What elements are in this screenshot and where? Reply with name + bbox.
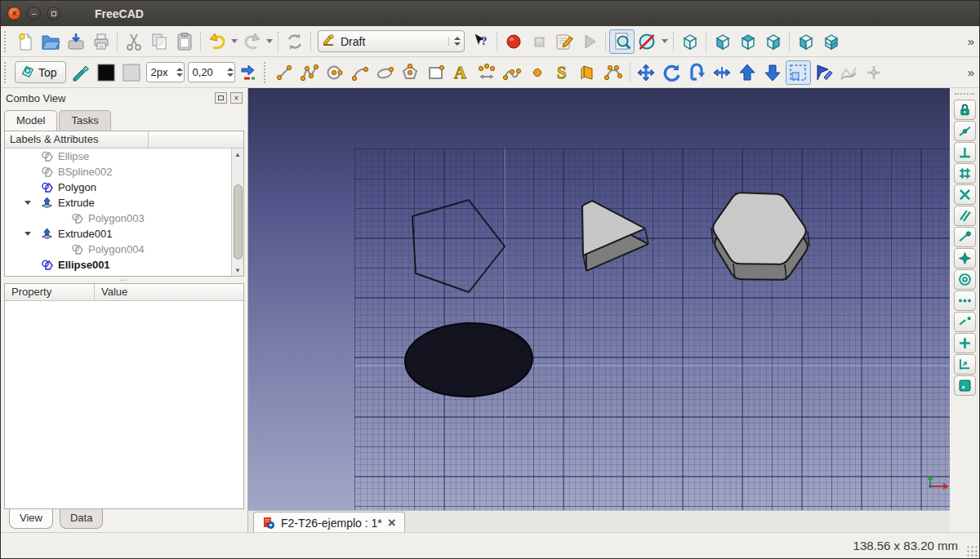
draft-rectangle-button[interactable] [424, 60, 449, 85]
tree-item-polygon004[interactable]: Polygon004 [5, 242, 231, 257]
draft-edit-button[interactable] [811, 60, 836, 85]
apply-style-button[interactable] [237, 60, 262, 85]
tab-view[interactable]: View [9, 509, 53, 529]
snap-center-button[interactable] [954, 269, 976, 290]
toolbar-overflow-button[interactable]: » [968, 34, 974, 48]
spinner-arrows-icon[interactable] [172, 63, 183, 82]
draft-downgrade-button[interactable] [760, 60, 786, 85]
tree-scrollbar[interactable]: ▲ ▼ [231, 149, 243, 276]
zoom-fit-all-button[interactable] [609, 29, 635, 54]
draft-offset-button[interactable] [684, 60, 710, 85]
draft-scale-button[interactable] [786, 60, 811, 85]
draft-addpoint-button[interactable] [862, 60, 887, 85]
toolbar-grip[interactable] [955, 93, 974, 97]
color-face-button[interactable] [119, 60, 145, 85]
toolbar-grip[interactable] [4, 31, 9, 52]
property-table-body[interactable] [5, 301, 243, 508]
tree-item-bspline002[interactable]: BSpline002 [5, 164, 231, 180]
resize-grip[interactable] [966, 545, 978, 557]
spinner-arrows-icon[interactable] [222, 63, 234, 82]
working-plane-top-button[interactable]: Top [15, 61, 66, 83]
expander-icon[interactable] [24, 201, 31, 205]
draft-facebinder-button[interactable] [576, 60, 601, 85]
draft-dimension-button[interactable] [474, 60, 500, 85]
expander-icon[interactable] [24, 232, 31, 236]
draft-bspline-button[interactable] [500, 60, 525, 85]
scene-shapes[interactable]: x [248, 88, 950, 510]
draft-arc-button[interactable] [348, 60, 373, 85]
draft-text-button[interactable]: A [449, 60, 474, 85]
draft-shapestring-button[interactable]: S [550, 60, 576, 85]
whats-this-button[interactable]: ? [468, 29, 493, 54]
snap-perpendicular-button[interactable] [954, 142, 976, 162]
ellipse001-face[interactable] [403, 321, 533, 398]
snap-angle-button[interactable] [954, 248, 976, 268]
close-window-button[interactable]: × [7, 7, 21, 20]
draft-ellipse-button[interactable] [373, 60, 399, 85]
snap-dimensions-button[interactable] [954, 354, 976, 375]
draft-upgrade-button[interactable] [735, 60, 760, 85]
snap-endpoint-button[interactable] [954, 227, 976, 247]
snap-near-button[interactable] [954, 333, 976, 353]
draft-rotate-button[interactable] [659, 60, 684, 85]
toolbar-grip[interactable] [264, 62, 269, 83]
scroll-up-icon[interactable]: ▲ [234, 149, 241, 160]
macro-record-button[interactable] [501, 29, 526, 54]
refresh-button[interactable] [282, 29, 307, 54]
view-front-button[interactable] [710, 29, 735, 54]
tree-item-ellipse[interactable]: Ellipse [5, 149, 231, 164]
cut-button[interactable] [121, 29, 146, 54]
color-black-button[interactable] [94, 60, 119, 85]
snap-midpoint-button[interactable] [954, 121, 976, 141]
combo-arrows-icon[interactable] [448, 37, 461, 46]
macro-play-button[interactable] [577, 29, 602, 54]
draft-polygon-button[interactable] [399, 60, 424, 85]
construction-mode-button[interactable] [69, 60, 94, 85]
line-width-field[interactable]: 2px [146, 62, 185, 82]
redo-button[interactable] [239, 29, 265, 54]
draft-line-button[interactable] [272, 60, 297, 85]
toolbar-overflow-button[interactable]: » [968, 65, 974, 79]
3d-viewport[interactable]: x [248, 88, 950, 510]
draft-wire-button[interactable] [297, 60, 323, 85]
paste-button[interactable] [172, 29, 197, 54]
tab-tasks[interactable]: Tasks [59, 110, 110, 131]
view-right-button[interactable] [760, 29, 786, 54]
redo-dropdown-arrow[interactable] [265, 29, 274, 54]
tree-item-extrude001[interactable]: Extrude001 [5, 226, 231, 242]
undo-dropdown-arrow[interactable] [229, 29, 239, 54]
minimize-window-button[interactable]: – [27, 7, 41, 20]
draft-wire2bspline-button[interactable] [836, 60, 862, 85]
view-top-button[interactable] [735, 29, 760, 54]
tree-item-polygon003[interactable]: Polygon003 [5, 211, 231, 226]
tree-item-ellipse001[interactable]: Ellipse001 [5, 257, 231, 273]
close-document-icon[interactable]: × [388, 516, 396, 530]
scroll-down-icon[interactable]: ▼ [234, 264, 241, 276]
draft-bezier-button[interactable] [601, 60, 626, 85]
workbench-selector[interactable]: Draft [318, 30, 465, 52]
close-panel-button[interactable]: × [230, 92, 243, 104]
save-button[interactable] [63, 29, 88, 54]
view-axonometric-button[interactable] [677, 29, 702, 54]
draw-style-dropdown-arrow[interactable] [660, 29, 670, 54]
snap-intersection-button[interactable] [954, 184, 976, 205]
draft-trimex-button[interactable] [710, 60, 735, 85]
undo-button[interactable] [204, 29, 229, 54]
snap-grid-button[interactable] [954, 163, 976, 184]
panel-splitter[interactable]: ⋯ [1, 277, 247, 283]
macro-stop-button[interactable] [526, 29, 551, 54]
draft-point-button[interactable] [525, 60, 550, 85]
open-folder-button[interactable] [38, 29, 63, 54]
macro-edit-button[interactable] [551, 29, 577, 54]
extrude001-top-face[interactable] [713, 193, 806, 264]
scroll-thumb[interactable] [234, 184, 243, 260]
tree-item-polygon[interactable]: Polygon [5, 180, 231, 195]
print-button[interactable] [88, 29, 114, 54]
draft-move-button[interactable] [634, 60, 659, 85]
snap-parallel-button[interactable] [954, 206, 976, 226]
tab-model[interactable]: Model [4, 110, 57, 131]
float-panel-button[interactable] [215, 92, 227, 104]
tree-item-extrude[interactable]: Extrude [5, 195, 231, 211]
draw-style-button[interactable] [635, 29, 660, 54]
view-rear-button[interactable] [793, 29, 818, 54]
